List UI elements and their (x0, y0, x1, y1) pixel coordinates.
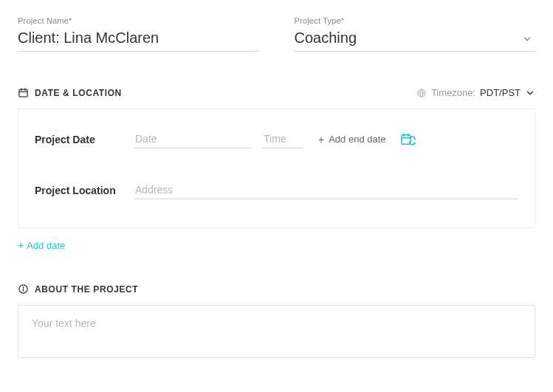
svg-point-12 (23, 287, 24, 288)
about-textarea[interactable] (18, 305, 535, 358)
project-type-label: Project Type* (295, 16, 536, 25)
add-date-label: Add date (27, 240, 65, 251)
project-date-label: Project Date (35, 134, 123, 145)
project-name-label: Project Name* (18, 16, 259, 25)
chevron-down-icon (522, 34, 532, 44)
date-location-card: Project Date + Add end date Project Loca… (18, 109, 535, 228)
project-name-input[interactable] (18, 27, 259, 52)
globe-icon (416, 88, 427, 98)
about-title: ABOUT THE PROJECT (35, 284, 138, 295)
plus-icon: + (18, 239, 24, 251)
add-end-date-button[interactable]: + Add end date (318, 134, 386, 145)
date-location-title: DATE & LOCATION (35, 88, 122, 98)
project-name-field: Project Name* (18, 16, 259, 52)
timezone-label: Timezone: (431, 87, 475, 98)
calendar-icon (18, 87, 29, 98)
project-time-input[interactable] (262, 130, 303, 148)
svg-rect-0 (19, 89, 27, 97)
plus-icon: + (318, 134, 324, 145)
project-address-input[interactable] (134, 181, 518, 199)
project-location-label: Project Location (35, 185, 123, 196)
calendar-sync-icon[interactable] (401, 133, 416, 146)
add-date-button[interactable]: + Add date (18, 239, 65, 251)
project-type-select[interactable]: Coaching (295, 27, 536, 52)
timezone-selector[interactable]: Timezone: PDT/PST (416, 87, 535, 98)
date-location-header: DATE & LOCATION Timezone: PDT/PST (18, 87, 535, 98)
timezone-value: PDT/PST (480, 87, 521, 98)
project-date-input[interactable] (134, 130, 252, 148)
project-type-field: Project Type* Coaching (295, 16, 536, 52)
about-header: ABOUT THE PROJECT (18, 283, 535, 295)
add-end-date-label: Add end date (329, 134, 385, 145)
project-type-value: Coaching (295, 30, 357, 46)
chevron-down-icon (525, 88, 535, 98)
info-icon (18, 283, 29, 295)
